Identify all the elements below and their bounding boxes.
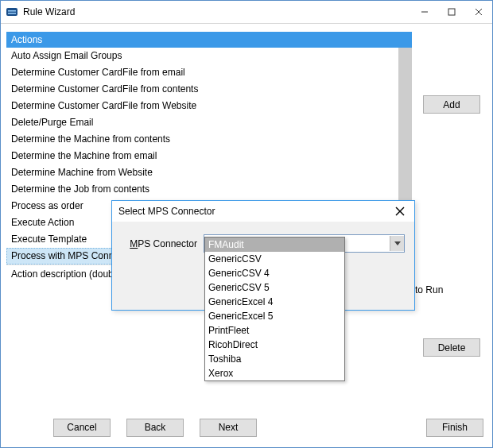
action-item[interactable]: Determine Customer CardFile from content… <box>6 81 412 98</box>
dropdown-item[interactable]: GenericExcel 4 <box>205 295 344 309</box>
dropdown-item[interactable]: GenericCSV 4 <box>205 266 344 280</box>
dropdown-item[interactable]: GenericCSV 5 <box>205 280 344 295</box>
mps-connector-label: MPS Connector <box>122 238 204 249</box>
svg-rect-2 <box>8 13 16 14</box>
svg-rect-1 <box>8 10 16 12</box>
cancel-button[interactable]: Cancel <box>53 419 111 437</box>
dropdown-item[interactable]: FMAudit <box>205 238 344 252</box>
dropdown-item[interactable]: GenericCSV <box>205 252 344 266</box>
maximize-button[interactable] <box>438 1 465 23</box>
close-button[interactable] <box>465 1 492 23</box>
to-run-label: to Run <box>415 284 443 295</box>
action-item[interactable]: Auto Assign Email Groups <box>6 48 412 64</box>
titlebar: Rule Wizard <box>1 1 492 24</box>
dropdown-item[interactable]: PrintFleet <box>205 323 344 338</box>
mps-connector-label-text: PS Connector <box>138 238 197 249</box>
app-icon <box>6 6 18 18</box>
action-item[interactable]: Determine the Job from contents <box>6 181 412 198</box>
finish-button[interactable]: Finish <box>426 419 483 437</box>
wizard-button-bar: Cancel Back Next Finish <box>2 408 491 446</box>
action-item[interactable]: Determine the Machine from contents <box>6 131 412 148</box>
delete-button[interactable]: Delete <box>423 338 480 357</box>
svg-marker-9 <box>394 241 401 245</box>
dialog-close-button[interactable] <box>389 203 411 220</box>
dialog-title: Select MPS Connector <box>118 206 215 217</box>
back-button[interactable]: Back <box>126 419 184 437</box>
dropdown-item[interactable]: Xerox <box>205 366 344 380</box>
dropdown-item[interactable]: GenericExcel 5 <box>205 309 344 323</box>
svg-rect-4 <box>448 9 455 15</box>
action-item[interactable]: Determine Customer CardFile from email <box>6 64 412 81</box>
mps-connector-dropdown[interactable]: FMAudit GenericCSV GenericCSV 4 GenericC… <box>204 237 345 381</box>
next-button[interactable]: Next <box>200 419 257 437</box>
rule-wizard-window: Rule Wizard Actions Auto Assign Email Gr… <box>0 0 493 448</box>
actions-header: Actions <box>6 32 412 48</box>
mps-connector-accel: M <box>130 238 138 249</box>
action-item[interactable]: Delete/Purge Email <box>6 114 412 131</box>
action-item[interactable]: Determine the Machine from email <box>6 148 412 164</box>
action-item[interactable]: Determine Customer CardFile from Website <box>6 98 412 114</box>
add-button[interactable]: Add <box>423 95 480 114</box>
action-item[interactable]: Determine Machine from Website <box>6 164 412 181</box>
window-title: Rule Wizard <box>23 6 75 17</box>
svg-rect-0 <box>6 8 17 16</box>
minimize-button[interactable] <box>411 1 438 23</box>
dropdown-item[interactable]: Toshiba <box>205 352 344 366</box>
dropdown-item[interactable]: RicohDirect <box>205 338 344 352</box>
chevron-down-icon[interactable] <box>390 236 404 251</box>
